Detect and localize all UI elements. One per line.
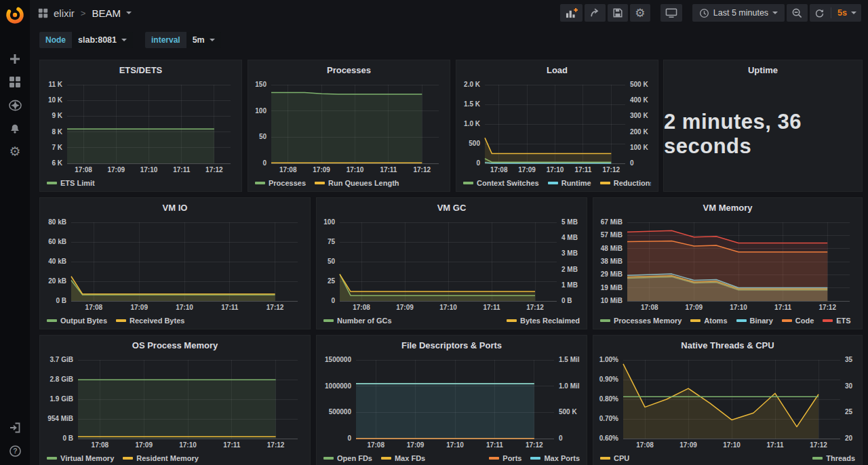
grafana-logo-icon (5, 5, 25, 25)
legend-item-run-queues-length[interactable]: Run Queues Length (315, 179, 399, 187)
legend-item-atoms[interactable]: Atoms (690, 317, 727, 325)
legend-item-ets-limit[interactable]: ETS Limit (47, 179, 95, 187)
graph[interactable]: 02550751000 B1 MB2 MB3 MB4 MB5 MB17:0817… (319, 217, 584, 312)
variable-node-value[interactable]: slab:8081 (72, 32, 133, 48)
x-axis-tick: 17:11 (486, 441, 503, 449)
settings-button[interactable]: ⚙ (630, 4, 650, 22)
x-axis-tick: 17:12 (818, 304, 836, 311)
variable-node[interactable]: Node slab:8081 (39, 32, 133, 48)
panel-title[interactable]: Native Threads & CPU (593, 336, 862, 352)
refresh-picker[interactable]: 5s (810, 4, 861, 22)
add-panel-button[interactable] (560, 4, 583, 22)
legend: Virtual MemoryResident Memory (47, 452, 303, 464)
graph-area[interactable]: 6 K7 K8 K9 K10 K11 K17:0817:0917:1017:11… (43, 79, 239, 175)
y-axis-tick-right: 500 K (630, 81, 648, 88)
graph[interactable]: 0 B954 MiB1.9 GiB2.8 GiB3.7 GiB17:0817:0… (43, 355, 307, 450)
graph-area[interactable]: 0500000100000015000000500 K1.0 Mil1.5 Mi… (319, 355, 584, 450)
legend-swatch (123, 457, 133, 460)
sidebar-item-dashboards[interactable] (0, 70, 30, 94)
graph[interactable]: 6 K7 K8 K9 K10 K11 K17:0817:0917:1017:11… (43, 79, 239, 175)
uptime-value: 2 minutes, 36 seconds (664, 110, 862, 159)
legend-item-received-bytes[interactable]: Received Bytes (116, 317, 184, 325)
graph-area[interactable]: 05010015017:0817:0917:1017:1117:12 (251, 79, 447, 175)
legend-label: Atoms (704, 317, 727, 325)
legend-item-resident-memory[interactable]: Resident Memory (123, 454, 199, 462)
panel-title[interactable]: Uptime (664, 60, 862, 77)
legend-item-reductions[interactable]: Reductions (600, 179, 651, 187)
graph[interactable]: 05010015017:0817:0917:1017:1117:12 (251, 79, 447, 175)
panel-title[interactable]: VM Memory (593, 198, 862, 214)
panel-load: Load 05001.0 K1.5 K2.0 K0100 K200 K300 K… (456, 60, 658, 192)
y-axis-tick-right: 400 K (630, 96, 648, 104)
y-axis-tick: 1.5 K (464, 100, 481, 108)
graph[interactable]: 0500000100000015000000500 K1.0 Mil1.5 Mi… (319, 355, 584, 450)
panel-title[interactable]: VM GC (317, 198, 587, 214)
legend-item-code[interactable]: Code (782, 317, 814, 325)
legend-item-ports[interactable]: Ports (489, 454, 521, 462)
legend-item-runtime[interactable]: Runtime (548, 179, 591, 187)
sidebar-item-configuration[interactable]: ⚙ (0, 140, 30, 163)
panel-vm-io: VM IO 0 B20 kB40 kB60 kB80 kB17:0817:091… (39, 197, 311, 329)
chevron-down-icon[interactable] (126, 12, 132, 14)
variable-interval-value[interactable]: 5m (186, 32, 221, 48)
y-axis-tick-right: 3 MB (561, 249, 578, 257)
panel-title[interactable]: VM IO (40, 198, 310, 214)
graph[interactable]: 0.60%0.70%0.80%0.90%1.00%2025303517:0817… (596, 355, 859, 450)
graph-area[interactable]: 0 B954 MiB1.9 GiB2.8 GiB3.7 GiB17:0817:0… (43, 355, 307, 450)
sidebar-item-sign-in[interactable] (0, 416, 30, 439)
legend-item-processes[interactable]: Processes (255, 179, 306, 187)
legend-item-ets[interactable]: ETS (823, 317, 850, 325)
save-button[interactable] (608, 4, 628, 22)
graph-area[interactable]: 05001.0 K1.5 K2.0 K0100 K200 K300 K400 K… (459, 79, 655, 175)
legend-item-processes-memory[interactable]: Processes Memory (600, 317, 682, 325)
sidebar-item-help[interactable]: ? (0, 439, 30, 462)
zoom-out-button[interactable] (787, 4, 808, 22)
legend-item-open-fds[interactable]: Open FDs (323, 454, 372, 462)
share-button[interactable] (585, 4, 606, 22)
x-axis-tick: 17:11 (483, 304, 500, 311)
legend-item-threads[interactable]: Threads (812, 454, 855, 462)
legend-item-number-of-gcs[interactable]: Number of GCs (323, 317, 392, 325)
legend-item-virtual-memory[interactable]: Virtual Memory (47, 454, 114, 462)
panel-title[interactable]: Load (456, 60, 658, 77)
x-axis-tick: 17:09 (518, 166, 536, 174)
dashboard-title[interactable]: BEAM (92, 7, 121, 19)
x-axis-tick: 17:08 (490, 166, 508, 174)
panel-title[interactable]: ETS/DETS (40, 60, 241, 77)
breadcrumb-folder[interactable]: elixir (54, 7, 75, 19)
legend-item-max-ports[interactable]: Max Ports (530, 454, 580, 462)
save-icon (612, 7, 623, 18)
legend-item-max-fds[interactable]: Max FDs (381, 454, 425, 462)
legend-item-context-switches[interactable]: Context Switches (463, 179, 539, 187)
sidebar-item-explore[interactable] (0, 94, 30, 117)
y-axis-tick: 0 (331, 297, 335, 304)
time-range-picker[interactable]: Last 5 minutes (692, 4, 785, 22)
legend-item-output-bytes[interactable]: Output Bytes (47, 317, 107, 325)
grafana-logo[interactable] (0, 0, 30, 30)
graph-area[interactable]: 10 MiB19 MiB29 MiB38 MiB48 MiB57 MiB67 M… (596, 217, 859, 312)
panel-title[interactable]: OS Process Memory (40, 336, 310, 352)
graph-area[interactable]: 02550751000 B1 MB2 MB3 MB4 MB5 MB17:0817… (319, 217, 584, 312)
panel-title[interactable]: Processes (248, 60, 450, 77)
legend-item-binary[interactable]: Binary (736, 317, 773, 325)
x-axis-tick: 17:12 (603, 166, 620, 174)
sidebar-item-alerting[interactable] (0, 117, 30, 140)
chevron-down-icon (210, 39, 215, 41)
graph[interactable]: 0 B20 kB40 kB60 kB80 kB17:0817:0917:1017… (43, 217, 307, 312)
graph[interactable]: 10 MiB19 MiB29 MiB38 MiB48 MiB57 MiB67 M… (596, 217, 859, 312)
y-axis-tick: 80 kB (48, 218, 66, 226)
x-axis-tick: 17:10 (730, 304, 747, 311)
sidebar-item-create[interactable] (0, 47, 30, 70)
graph-area[interactable]: 0 B20 kB40 kB60 kB80 kB17:0817:0917:1017… (43, 217, 307, 312)
graph[interactable]: 05001.0 K1.5 K2.0 K0100 K200 K300 K400 K… (459, 79, 655, 175)
legend-label: CPU (614, 454, 629, 462)
legend-item-cpu[interactable]: CPU (600, 454, 629, 462)
tv-mode-button[interactable] (660, 4, 682, 22)
legend-item-bytes-reclaimed[interactable]: Bytes Reclaimed (507, 317, 580, 325)
panel-title[interactable]: File Descriptors & Ports (317, 336, 587, 352)
graph-area[interactable]: 0.60%0.70%0.80%0.90%1.00%2025303517:0817… (596, 355, 859, 450)
legend: Number of GCsBytes Reclaimed (323, 315, 580, 327)
x-axis-tick: 17:12 (414, 166, 431, 174)
variable-interval-value-text: 5m (193, 35, 205, 45)
variable-interval[interactable]: interval 5m (145, 32, 221, 48)
